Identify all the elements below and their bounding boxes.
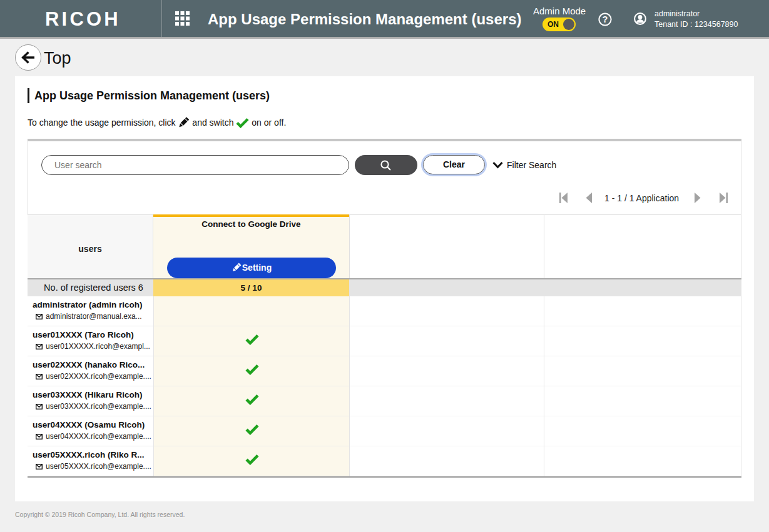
svg-text:?: ? [603,14,608,24]
